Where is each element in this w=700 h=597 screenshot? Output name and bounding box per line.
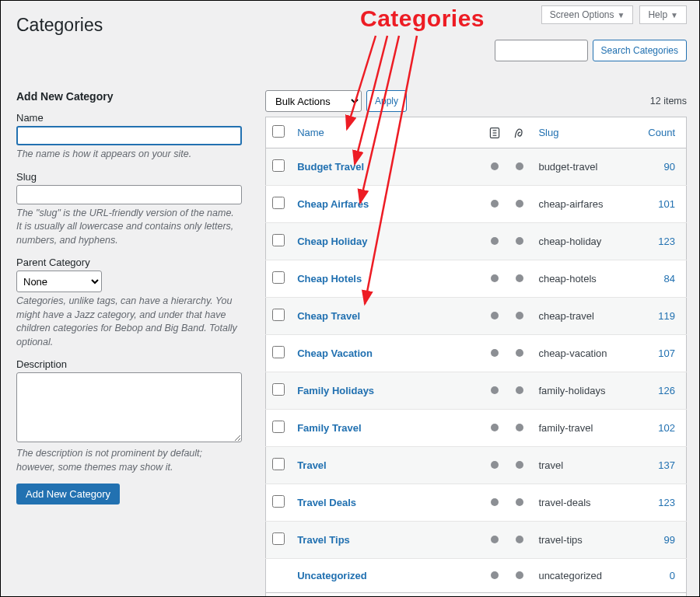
seo-indicator-icon <box>516 461 523 469</box>
category-slug: cheap-hotels <box>538 273 596 285</box>
bulk-actions-select[interactable]: Bulk Actions <box>265 90 362 112</box>
category-count-link[interactable]: 107 <box>658 347 675 359</box>
row-checkbox[interactable] <box>272 421 285 433</box>
category-name-link[interactable]: Cheap Airfares <box>297 198 369 210</box>
category-count-link[interactable]: 123 <box>658 497 675 508</box>
readability-indicator-icon <box>491 498 499 506</box>
row-checkbox[interactable] <box>272 271 285 284</box>
row-checkbox[interactable] <box>272 383 285 396</box>
category-slug: cheap-airfares <box>538 198 603 210</box>
help-label: Help <box>648 9 667 20</box>
table-row: Budget Travelbudget-travel90 <box>266 148 687 186</box>
row-checkbox[interactable] <box>272 197 285 209</box>
category-count-link[interactable]: 123 <box>658 236 675 247</box>
category-name-link[interactable]: Travel Deals <box>297 497 356 508</box>
description-textarea[interactable] <box>16 372 242 442</box>
row-checkbox[interactable] <box>272 495 285 508</box>
description-label: Description <box>16 358 242 370</box>
caret-down-icon: ▼ <box>618 11 625 19</box>
category-name-link[interactable]: Travel Tips <box>297 534 350 546</box>
category-slug: cheap-holiday <box>538 236 601 247</box>
category-name-link[interactable]: Uncategorized <box>297 570 367 581</box>
category-count-link[interactable]: 84 <box>664 273 675 285</box>
apply-button[interactable]: Apply <box>366 90 407 112</box>
category-count-link[interactable]: 102 <box>658 422 675 434</box>
col-count[interactable]: Count <box>648 127 675 138</box>
category-name-link[interactable]: Family Holidays <box>297 385 374 396</box>
row-checkbox[interactable] <box>272 532 285 545</box>
category-name-link[interactable]: Travel <box>297 459 327 471</box>
seo-indicator-icon <box>516 162 523 170</box>
name-input[interactable] <box>16 126 242 145</box>
category-name-link[interactable]: Cheap Vacation <box>297 347 373 359</box>
category-slug: travel-tips <box>538 534 582 546</box>
category-count-link[interactable]: 101 <box>658 198 675 210</box>
seo-indicator-icon <box>516 237 523 245</box>
readability-indicator-icon <box>491 571 499 579</box>
col-slug[interactable]: Slug <box>538 127 558 138</box>
category-slug: travel <box>538 459 563 471</box>
search-input[interactable] <box>495 40 588 61</box>
slug-help: The "slug" is the URL-friendly version o… <box>16 207 242 248</box>
seo-indicator-icon <box>516 536 523 543</box>
category-count-link[interactable]: 119 <box>658 310 675 322</box>
category-name-link[interactable]: Budget Travel <box>297 161 364 173</box>
add-new-category-heading: Add New Category <box>16 90 242 103</box>
select-all-checkbox-top[interactable] <box>272 125 285 138</box>
category-slug: family-travel <box>538 422 593 434</box>
seo-indicator-icon <box>516 498 523 506</box>
parent-label: Parent Category <box>16 257 242 268</box>
description-column-icon[interactable] <box>488 126 501 139</box>
add-new-category-button[interactable]: Add New Category <box>16 484 120 504</box>
table-row: Cheap Holidaycheap-holiday123 <box>266 223 687 260</box>
row-checkbox[interactable] <box>272 458 285 470</box>
table-row: Travel Dealstravel-deals123 <box>266 484 687 522</box>
screen-options-label: Screen Options <box>550 9 614 20</box>
readability-indicator-icon <box>491 386 499 394</box>
parent-help: Categories, unlike tags, can have a hier… <box>16 295 242 349</box>
category-name-link[interactable]: Cheap Holiday <box>297 236 367 247</box>
category-slug: family-holidays <box>538 385 605 396</box>
category-count-link[interactable]: 0 <box>670 570 675 581</box>
table-row: Cheap Vacationcheap-vacation107 <box>266 335 687 372</box>
screen-options-tab[interactable]: Screen Options ▼ <box>541 5 634 24</box>
slug-input[interactable] <box>16 185 242 204</box>
search-categories-button[interactable]: Search Categories <box>593 40 687 61</box>
caret-down-icon: ▼ <box>670 11 678 19</box>
category-count-link[interactable]: 90 <box>664 161 675 173</box>
readability-indicator-icon <box>491 274 499 282</box>
table-row: Cheap Airfarescheap-airfares101 <box>266 186 687 223</box>
category-count-link[interactable]: 126 <box>658 385 675 396</box>
readability-indicator-icon <box>491 237 499 245</box>
help-tab[interactable]: Help ▼ <box>639 5 687 24</box>
table-row: Travel Tipstravel-tips99 <box>266 522 687 559</box>
seo-indicator-icon <box>516 571 523 579</box>
readability-indicator-icon <box>491 536 499 543</box>
row-checkbox[interactable] <box>272 234 285 246</box>
seo-indicator-icon <box>516 386 523 394</box>
category-name-link[interactable]: Cheap Travel <box>297 310 360 322</box>
seo-indicator-icon <box>516 274 523 282</box>
readability-indicator-icon <box>491 162 499 170</box>
row-checkbox[interactable] <box>272 159 285 172</box>
readability-indicator-icon <box>491 461 499 469</box>
row-checkbox[interactable] <box>272 309 285 321</box>
category-count-link[interactable]: 137 <box>658 459 675 471</box>
yoast-column-icon[interactable] <box>513 126 526 139</box>
table-row: Uncategorizeduncategorized0 <box>266 559 687 593</box>
category-name-link[interactable]: Cheap Hotels <box>297 273 362 285</box>
seo-indicator-icon <box>516 200 523 208</box>
parent-select[interactable]: None <box>16 271 102 292</box>
row-checkbox[interactable] <box>272 346 285 358</box>
category-name-link[interactable]: Family Travel <box>297 422 361 434</box>
slug-label: Slug <box>16 171 242 183</box>
seo-indicator-icon <box>516 312 523 319</box>
col-name[interactable]: Name <box>297 127 324 138</box>
categories-table: Name Slug Count Budget Travelbud <box>265 117 687 597</box>
table-row: Traveltravel137 <box>266 447 687 484</box>
category-slug: cheap-vacation <box>538 347 607 359</box>
table-row: Cheap Hotelscheap-hotels84 <box>266 260 687 298</box>
description-help: The description is not prominent by defa… <box>16 447 242 474</box>
category-count-link[interactable]: 99 <box>664 534 675 546</box>
items-count: 12 items <box>650 96 687 106</box>
